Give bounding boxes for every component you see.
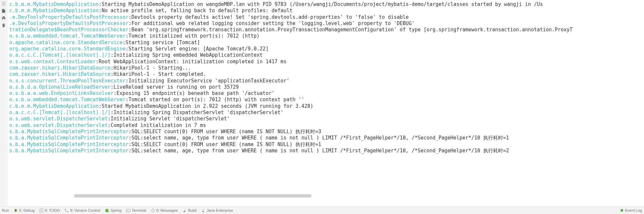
log-separator: : — [125, 97, 128, 103]
log-message: Completed initialization in 7 ms — [111, 122, 206, 129]
log-separator: : — [128, 20, 131, 27]
log-logger: o.a.c.c.C.[Tomcat].[localhost].[/] — [9, 52, 111, 58]
line-separator-icon[interactable] — [1, 1, 6, 6]
log-message: For additional web related logging consi… — [131, 20, 415, 27]
log-message: Starting MybatisDemoApplication on wangd… — [102, 1, 543, 8]
log-separator: : — [128, 27, 131, 33]
log-message: SQL:select name, age, type from user WHE… — [131, 135, 509, 141]
log-logger: s.b.a.MybatisSqlCompletePrintInterceptor — [9, 148, 128, 154]
tool-window-tab-vcs[interactable]: 9: Version Control — [64, 208, 100, 213]
log-line: s.b.a.MybatisSqlCompletePrintInterceptor… — [9, 129, 644, 135]
tool-window-tab-build[interactable]: Build — [183, 208, 197, 213]
log-line: com.zaxxer.hikari.HikariDataSource : Hik… — [9, 71, 644, 77]
log-message: Devtools property defaults active! Set '… — [131, 14, 409, 20]
log-message: Initializing Spring DispatcherServlet 'd… — [114, 109, 284, 116]
log-separator: : — [99, 1, 102, 8]
log-logger: o.s.web.servlet.DispatcherServlet — [9, 122, 108, 129]
log-message: Root WebApplicationContext: initializati… — [99, 59, 287, 65]
svg-rect-3 — [126, 209, 130, 212]
horizontal-scrollbar[interactable] — [15, 193, 644, 199]
console-output: c.b.m.m.MybatisDemoApplication : Startin… — [7, 0, 644, 206]
log-logger: s.b.a.MybatisSqlCompletePrintInterceptor — [9, 141, 128, 148]
log-logger: o.s.web.context.ContextLoader — [9, 59, 96, 65]
log-separator: : — [96, 59, 99, 65]
log-separator: : — [111, 84, 114, 90]
log-separator: : — [125, 46, 128, 52]
log-message: Started MybatisDemoApplication in 2.922 … — [102, 103, 313, 109]
log-separator: : — [111, 65, 114, 71]
log-message: Exposing 15 endpoint(s) beneath base pat… — [117, 90, 275, 97]
log-line: o.s.web.context.ContextLoader : Root Web… — [9, 59, 644, 65]
svg-point-1 — [65, 209, 66, 210]
log-logger: .e.DevToolsPropertyDefaultsPostProcessor — [9, 20, 128, 27]
log-message: HikariPool-1 - Starting... — [114, 65, 191, 71]
log-message: Bean 'org.springframework.transaction.an… — [131, 27, 573, 33]
log-message: No active profile set, falling back to d… — [102, 8, 292, 14]
log-line: o.s.b.d.a.OptionalLiveReloadServer : Liv… — [9, 84, 644, 90]
log-logger: o.s.b.w.embedded.tomcat.TomcatWebServer — [9, 97, 125, 103]
log-separator: : — [122, 40, 125, 46]
export-icon[interactable] — [1, 9, 6, 13]
trash-icon[interactable] — [1, 23, 6, 28]
log-separator: : — [128, 148, 131, 154]
log-line: o.s.web.servlet.DispatcherServlet : Init… — [9, 116, 644, 122]
log-logger: o.s.b.d.a.OptionalLiveReloadServer — [9, 84, 111, 90]
log-line: o.s.b.w.embedded.tomcat.TomcatWebServer … — [9, 97, 644, 103]
event-log-status-icon — [621, 209, 623, 212]
log-logger: o.s.b.w.embedded.tomcat.TomcatWebServer — [9, 33, 125, 39]
log-line: o.s.web.servlet.DispatcherServlet : Comp… — [9, 122, 644, 129]
tool-window-tab-todo[interactable]: 6: TODO — [39, 208, 60, 213]
print-icon[interactable] — [1, 16, 6, 20]
log-line: trationDelegate$BeanPostProcessorChecker… — [9, 27, 644, 33]
tool-window-tab-spring[interactable]: Spring — [105, 208, 121, 213]
tool-window-tab-javaee[interactable]: Java Enterprise — [201, 208, 233, 213]
log-logger: o.s.s.concurrent.ThreadPoolTaskExecutor — [9, 78, 125, 84]
log-message: HikariPool-1 - Start completed. — [114, 71, 206, 77]
log-message: Tomcat initialized with port(s): 7012 (h… — [128, 33, 259, 39]
log-logger: .e.DevToolsPropertyDefaultsPostProcessor — [9, 14, 128, 20]
log-line: s.b.a.MybatisSqlCompletePrintInterceptor… — [9, 135, 644, 141]
console-output-pane[interactable]: c.b.m.m.MybatisDemoApplication : Startin… — [7, 0, 644, 206]
log-logger: o.s.web.servlet.DispatcherServlet — [9, 116, 108, 122]
log-message: SQL:SELECT count(0) FROM user WHERE (nam… — [131, 129, 321, 135]
log-line: com.zaxxer.hikari.HikariDataSource : Hik… — [9, 65, 644, 71]
tool-window-tab-run[interactable]: Run — [2, 208, 9, 212]
log-line: c.b.m.m.MybatisDemoApplication : Started… — [9, 103, 644, 109]
log-message: Starting Servlet engine: [Apache Tomcat/… — [128, 46, 268, 52]
log-line: c.b.m.m.MybatisDemoApplication : No acti… — [9, 8, 644, 14]
log-separator: : — [125, 33, 128, 39]
log-message: Initializing ExecutorService 'applicatio… — [128, 78, 289, 84]
log-logger: c.b.m.m.MybatisDemoApplication — [9, 1, 99, 8]
log-line: s.b.a.MybatisSqlCompletePrintInterceptor… — [9, 141, 644, 148]
log-logger: com.zaxxer.hikari.HikariDataSource — [9, 65, 111, 71]
log-separator: : — [111, 52, 114, 58]
svg-point-2 — [67, 211, 68, 212]
log-separator: : — [111, 71, 114, 77]
log-message: Initializing Spring embedded WebApplicat… — [114, 52, 263, 58]
log-separator: : — [128, 129, 131, 135]
log-line: o.s.s.concurrent.ThreadPoolTaskExecutor … — [9, 78, 644, 84]
log-line: o.a.c.c.C.[Tomcat].[localhost].[/] : Ini… — [9, 52, 644, 58]
log-logger: s.b.a.MybatisSqlCompletePrintInterceptor — [9, 129, 128, 135]
tool-window-tab-debug[interactable]: 5: Debug — [14, 208, 35, 213]
log-logger: trationDelegate$BeanPostProcessorChecker — [9, 27, 128, 33]
log-message: Initializing Servlet 'dispatcherServlet' — [111, 116, 230, 122]
log-line: org.apache.catalina.core.StandardEngine … — [9, 46, 644, 52]
log-message: LiveReload server is running on port 357… — [114, 84, 239, 90]
log-separator: : — [99, 103, 102, 109]
log-separator: : — [108, 122, 111, 129]
log-line: .e.DevToolsPropertyDefaultsPostProcessor… — [9, 20, 644, 27]
bottom-tool-window-bar: Run 5: Debug 6: TODO 9: Version Control … — [0, 206, 644, 214]
log-line: s.b.a.MybatisSqlCompletePrintInterceptor… — [9, 148, 644, 154]
log-logger: o.s.b.a.e.web.EndpointLinksResolver — [9, 90, 114, 97]
log-line: c.b.m.m.MybatisDemoApplication : Startin… — [9, 1, 644, 8]
log-logger: o.apache.catalina.core.StandardService — [9, 40, 122, 46]
gutter-toolbar — [0, 0, 7, 206]
log-line: o.a.c.c.C.[Tomcat].[localhost].[/] : Ini… — [9, 109, 644, 116]
tool-window-tab-messages[interactable]: 0: Messages — [151, 208, 178, 213]
event-log-button[interactable]: Event Log — [621, 208, 642, 212]
tool-window-tab-terminal[interactable]: Terminal — [126, 208, 146, 213]
log-logger: s.b.a.MybatisSqlCompletePrintInterceptor — [9, 135, 128, 141]
log-message: SQL:select name, age, type from user WHE… — [131, 148, 509, 154]
log-separator: : — [128, 14, 131, 20]
